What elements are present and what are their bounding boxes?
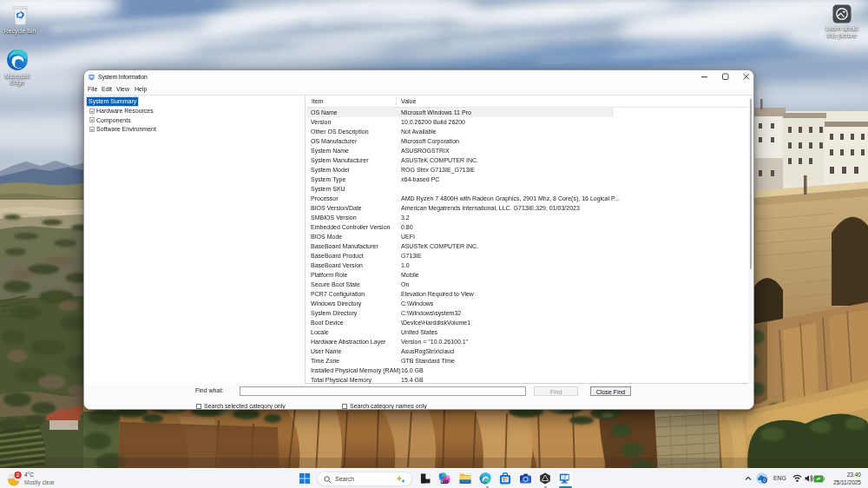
svg-text:2: 2 bbox=[16, 472, 20, 478]
